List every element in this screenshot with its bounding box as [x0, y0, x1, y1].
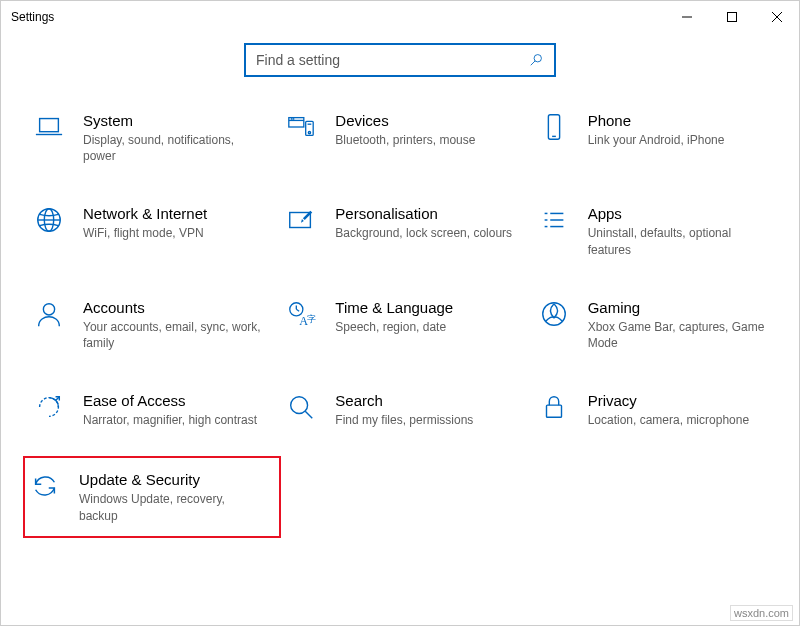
tile-desc: Background, lock screen, colours — [335, 225, 513, 241]
svg-point-35 — [291, 397, 308, 414]
tile-desc: WiFi, flight mode, VPN — [83, 225, 261, 241]
tile-desc: Uninstall, defaults, optional features — [588, 225, 766, 257]
tile-desc: Xbox Game Bar, captures, Game Mode — [588, 319, 766, 351]
tile-title: Time & Language — [335, 299, 513, 317]
devices-icon — [285, 111, 317, 143]
svg-text:字: 字 — [307, 313, 316, 323]
tile-desc: Location, camera, microphone — [588, 412, 766, 428]
tile-desc: Windows Update, recovery, backup — [79, 491, 259, 523]
svg-line-30 — [297, 309, 300, 311]
svg-point-11 — [294, 119, 295, 120]
gaming-icon — [538, 298, 570, 330]
search-icon — [522, 46, 550, 74]
tile-privacy[interactable]: Privacy Location, camera, microphone — [534, 385, 786, 434]
tile-title: Apps — [588, 205, 766, 223]
tile-title: Privacy — [588, 392, 766, 410]
tile-title: Devices — [335, 112, 513, 130]
svg-point-4 — [534, 55, 541, 62]
tile-network[interactable]: Network & Internet WiFi, flight mode, VP… — [29, 198, 281, 263]
phone-icon — [538, 111, 570, 143]
svg-rect-15 — [548, 115, 559, 139]
tile-ease-of-access[interactable]: Ease of Access Narrator, magnifier, high… — [29, 385, 281, 434]
tile-title: Personalisation — [335, 205, 513, 223]
tile-title: Update & Security — [79, 471, 259, 489]
svg-rect-1 — [727, 13, 736, 22]
laptop-icon — [33, 111, 65, 143]
tile-accounts[interactable]: Accounts Your accounts, email, sync, wor… — [29, 292, 281, 357]
magnifier-icon — [285, 391, 317, 423]
svg-line-5 — [531, 61, 535, 65]
svg-rect-37 — [546, 405, 561, 417]
window-title: Settings — [11, 10, 54, 24]
apps-icon — [538, 204, 570, 236]
svg-line-36 — [306, 411, 313, 418]
titlebar: Settings — [1, 1, 799, 33]
lock-icon — [538, 391, 570, 423]
time-language-icon: A字 — [285, 298, 317, 330]
globe-icon — [33, 204, 65, 236]
tile-personalisation[interactable]: Personalisation Background, lock screen,… — [281, 198, 533, 263]
tile-title: Network & Internet — [83, 205, 261, 223]
search-container — [1, 33, 799, 105]
tile-title: Search — [335, 392, 513, 410]
tile-time-language[interactable]: A字 Time & Language Speech, region, date — [281, 292, 533, 357]
tile-update-security[interactable]: Update & Security Windows Update, recove… — [23, 456, 281, 537]
svg-rect-6 — [40, 119, 59, 132]
tile-apps[interactable]: Apps Uninstall, defaults, optional featu… — [534, 198, 786, 263]
brush-icon — [285, 204, 317, 236]
window-controls — [664, 2, 799, 32]
person-icon — [33, 298, 65, 330]
tile-search[interactable]: Search Find my files, permissions — [281, 385, 533, 434]
tile-title: System — [83, 112, 261, 130]
tile-desc: Link your Android, iPhone — [588, 132, 766, 148]
tile-desc: Narrator, magnifier, high contrast — [83, 412, 261, 428]
svg-point-13 — [309, 132, 311, 134]
minimize-button[interactable] — [664, 2, 709, 32]
tile-title: Ease of Access — [83, 392, 261, 410]
tile-gaming[interactable]: Gaming Xbox Game Bar, captures, Game Mod… — [534, 292, 786, 357]
tile-desc: Speech, region, date — [335, 319, 513, 335]
svg-point-27 — [43, 303, 54, 314]
search-box[interactable] — [244, 43, 556, 77]
ease-of-access-icon — [33, 391, 65, 423]
settings-grid: System Display, sound, notifications, po… — [1, 105, 799, 538]
maximize-button[interactable] — [709, 2, 754, 32]
svg-point-10 — [292, 119, 293, 120]
tile-desc: Your accounts, email, sync, work, family — [83, 319, 261, 351]
watermark: wsxdn.com — [730, 605, 793, 621]
tile-system[interactable]: System Display, sound, notifications, po… — [29, 105, 281, 170]
tile-desc: Bluetooth, printers, mouse — [335, 132, 513, 148]
tile-devices[interactable]: Devices Bluetooth, printers, mouse — [281, 105, 533, 170]
tile-title: Phone — [588, 112, 766, 130]
tile-title: Gaming — [588, 299, 766, 317]
tile-desc: Find my files, permissions — [335, 412, 513, 428]
search-input[interactable] — [256, 52, 522, 68]
update-icon — [29, 470, 61, 502]
tile-phone[interactable]: Phone Link your Android, iPhone — [534, 105, 786, 170]
tile-title: Accounts — [83, 299, 261, 317]
tile-desc: Display, sound, notifications, power — [83, 132, 261, 164]
close-button[interactable] — [754, 2, 799, 32]
